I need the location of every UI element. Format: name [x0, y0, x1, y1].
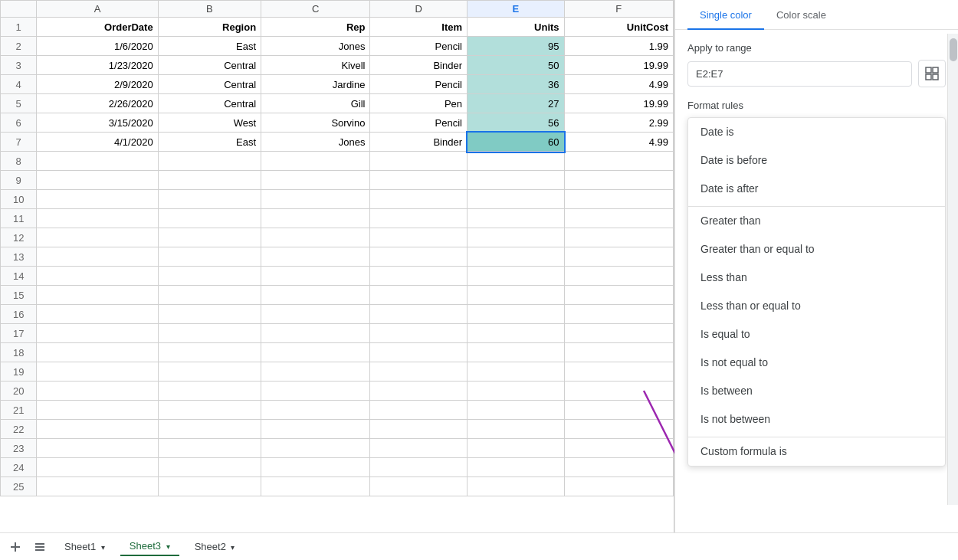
cell-C1[interactable]: Rep: [261, 18, 370, 37]
cell-F3[interactable]: 19.99: [564, 56, 673, 75]
col-header-C[interactable]: C: [261, 1, 370, 18]
cell-E4[interactable]: 36: [468, 75, 565, 94]
cell-A6[interactable]: 3/15/2020: [37, 113, 158, 133]
cell-F1[interactable]: UnitCost: [564, 18, 673, 37]
col-header-F[interactable]: F: [564, 1, 673, 18]
table-row: 1 OrderDate Region Rep Item Units UnitCo…: [1, 18, 674, 37]
table-row: 9: [1, 171, 674, 190]
dropdown-item-is-not-equal-to[interactable]: Is not equal to: [688, 349, 945, 377]
format-rules-label: Format rules: [687, 100, 946, 111]
col-header-B[interactable]: B: [158, 1, 261, 18]
svg-rect-5: [933, 74, 938, 80]
dropdown-item-greater-than-or-equal-to[interactable]: Greater than or equal to: [688, 235, 945, 264]
cell-A2[interactable]: 1/6/2020: [37, 37, 158, 56]
table-row: 21: [1, 401, 674, 420]
dropdown-item-is-between[interactable]: Is between: [688, 377, 945, 405]
scrollbar[interactable]: [947, 34, 958, 505]
cell-B1[interactable]: Region: [158, 18, 261, 37]
cell-B4[interactable]: Central: [158, 75, 261, 94]
table-row: 24: [1, 458, 674, 477]
plus-icon: [9, 541, 21, 553]
cell-C7[interactable]: Jones: [261, 133, 370, 152]
cell-D5[interactable]: Pen: [370, 94, 468, 113]
dropdown-item-custom-formula-is[interactable]: Custom formula is: [688, 437, 945, 466]
cell-E5[interactable]: 27: [468, 94, 565, 113]
format-rules-dropdown[interactable]: Date is Date is before Date is after Gre…: [687, 117, 946, 467]
dropdown-item-date-is[interactable]: Date is: [688, 118, 945, 146]
cell-C4[interactable]: Jardine: [261, 75, 370, 94]
sheet2-dropdown-icon: ▾: [231, 543, 235, 552]
cell-F2[interactable]: 1.99: [564, 37, 673, 56]
cell-E1[interactable]: Units: [468, 18, 565, 37]
range-input[interactable]: [687, 61, 912, 87]
cell-E6[interactable]: 56: [468, 113, 565, 133]
cell-C5[interactable]: Gill: [261, 94, 370, 113]
range-row: [687, 60, 946, 87]
spreadsheet-grid: A B C D E F 1 OrderDate Region Rep Item …: [0, 0, 674, 496]
table-row: 22: [1, 420, 674, 439]
dropdown-item-greater-than[interactable]: Greater than: [688, 206, 945, 235]
sheet3-dropdown-icon: ▾: [166, 542, 170, 551]
cell-A5[interactable]: 2/26/2020: [37, 94, 158, 113]
cell-E2[interactable]: 95: [468, 37, 565, 56]
cell-C2[interactable]: Jones: [261, 37, 370, 56]
cell-A1[interactable]: OrderDate: [37, 18, 158, 37]
cell-D6[interactable]: Pencil: [370, 113, 468, 133]
cell-B2[interactable]: East: [158, 37, 261, 56]
dropdown-item-date-is-after[interactable]: Date is after: [688, 175, 945, 203]
tab-color-scale[interactable]: Color scale: [764, 0, 838, 30]
cell-D3[interactable]: Binder: [370, 56, 468, 75]
dropdown-item-is-equal-to[interactable]: Is equal to: [688, 320, 945, 349]
sheet-tab-sheet3[interactable]: Sheet3 ▾: [120, 537, 179, 556]
cell-D2[interactable]: Pencil: [370, 37, 468, 56]
table-row: 25: [1, 477, 674, 496]
table-row: 12: [1, 228, 674, 247]
cell-E7[interactable]: 60: [468, 133, 565, 152]
cell-F5[interactable]: 19.99: [564, 94, 673, 113]
select-range-button[interactable]: [918, 60, 946, 87]
format-panel: Single color Color scale Apply to range: [674, 0, 958, 532]
cell-E3[interactable]: 50: [468, 56, 565, 75]
cell-F6[interactable]: 2.99: [564, 113, 673, 133]
cell-F4[interactable]: 4.99: [564, 75, 673, 94]
svg-rect-9: [35, 546, 44, 548]
cell-F7[interactable]: 4.99: [564, 133, 673, 152]
cell-A3[interactable]: 1/23/2020: [37, 56, 158, 75]
row-number-6: 6: [1, 113, 37, 133]
scrollbar-thumb[interactable]: [950, 38, 957, 61]
cell-D7[interactable]: Binder: [370, 133, 468, 152]
table-row: 23: [1, 439, 674, 458]
cell-B6[interactable]: West: [158, 113, 261, 133]
cell-B5[interactable]: Central: [158, 94, 261, 113]
row-number-4: 4: [1, 75, 37, 94]
col-header-D[interactable]: D: [370, 1, 468, 18]
tab-single-color[interactable]: Single color: [687, 0, 764, 30]
table-row: 15: [1, 286, 674, 305]
cell-C6[interactable]: Sorvino: [261, 113, 370, 133]
row-number-1: 1: [1, 18, 37, 37]
cell-B7[interactable]: East: [158, 133, 261, 152]
cell-D4[interactable]: Pencil: [370, 75, 468, 94]
cell-A7[interactable]: 4/1/2020: [37, 133, 158, 152]
sheet2-label: Sheet2: [195, 541, 226, 552]
table-row: 17: [1, 324, 674, 343]
cell-A4[interactable]: 2/9/2020: [37, 75, 158, 94]
cell-B3[interactable]: Central: [158, 56, 261, 75]
sheet1-label: Sheet1: [64, 541, 96, 552]
table-row: 8: [1, 152, 674, 171]
dropdown-item-date-is-before[interactable]: Date is before: [688, 146, 945, 175]
col-header-A[interactable]: A: [37, 1, 158, 18]
cell-C3[interactable]: Kivell: [261, 56, 370, 75]
table-row: 18: [1, 343, 674, 362]
col-header-E[interactable]: E: [468, 1, 565, 18]
sheet-tab-sheet1[interactable]: Sheet1 ▾: [55, 538, 114, 555]
dropdown-item-is-not-between[interactable]: Is not between: [688, 405, 945, 434]
sheet-tab-sheet2[interactable]: Sheet2 ▾: [185, 538, 244, 555]
dropdown-item-less-than-or-equal-to[interactable]: Less than or equal to: [688, 292, 945, 320]
add-sheet-button[interactable]: [6, 538, 25, 556]
svg-rect-2: [926, 67, 931, 73]
dropdown-item-less-than[interactable]: Less than: [688, 264, 945, 292]
table-row: 19: [1, 362, 674, 382]
all-sheets-button[interactable]: [31, 538, 49, 556]
cell-D1[interactable]: Item: [370, 18, 468, 37]
